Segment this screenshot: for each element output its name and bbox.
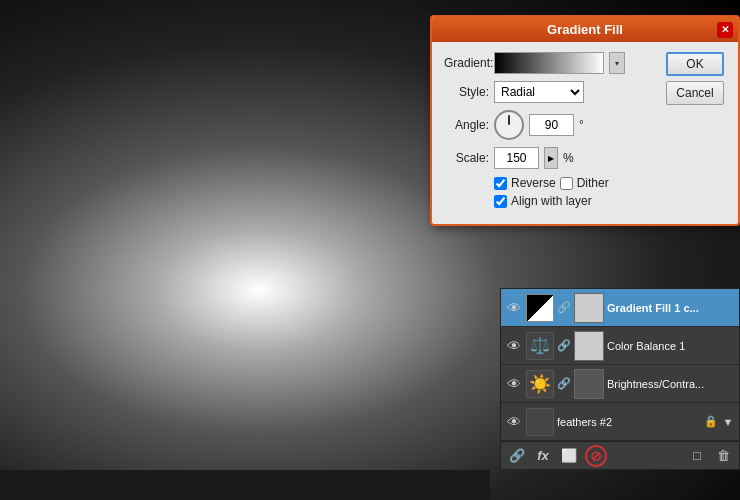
reverse-label: Reverse (511, 176, 556, 190)
add-mask-button[interactable]: ⬜ (559, 446, 579, 466)
angle-dial[interactable] (494, 110, 524, 140)
gradient-dropdown-arrow[interactable]: ▾ (609, 52, 625, 74)
style-select[interactable]: Radial Linear Angle Reflected Diamond (494, 81, 584, 103)
layer-visibility-toggle[interactable]: 👁 (505, 299, 523, 317)
layer-type-icon (526, 294, 554, 322)
layer-row[interactable]: 👁 ⚖️ 🔗 Color Balance 1 (501, 327, 739, 365)
angle-label: Angle: (444, 118, 489, 132)
layer-name: Color Balance 1 (607, 340, 735, 352)
angle-input[interactable]: 90 (529, 114, 574, 136)
layer-visibility-toggle[interactable]: 👁 (505, 337, 523, 355)
layer-mask-thumbnail (574, 369, 604, 399)
layer-row[interactable]: 👁 ☀️ 🔗 Brightness/Contra... (501, 365, 739, 403)
layer-mask-thumbnail (574, 293, 604, 323)
layer-visibility-toggle[interactable]: 👁 (505, 375, 523, 393)
reverse-checkbox[interactable] (494, 177, 507, 190)
gradient-label: Gradient: (444, 56, 489, 70)
angle-needle (508, 115, 510, 125)
delete-layer-button[interactable]: ⊘ (585, 445, 607, 467)
style-label: Style: (444, 85, 489, 99)
delete-button[interactable]: 🗑 (713, 446, 733, 466)
link-layers-button[interactable]: 🔗 (507, 446, 527, 466)
layer-type-icon: ☀️ (526, 370, 554, 398)
layer-chain-icon[interactable]: 🔗 (557, 337, 571, 355)
dialog-close-button[interactable]: ✕ (717, 22, 733, 38)
scale-stepper[interactable]: ▶ (544, 147, 558, 169)
layer-visibility-toggle[interactable]: 👁 (505, 413, 523, 431)
gradient-fill-dialog: Gradient Fill ✕ Gradient: ▾ Style: Radia… (430, 15, 740, 226)
align-checkbox[interactable] (494, 195, 507, 208)
layer-lock-icon: 🔒 (704, 415, 718, 429)
dither-checkbox[interactable] (560, 177, 573, 190)
layer-row[interactable]: 👁 feathers #2 🔒 ▼ (501, 403, 739, 441)
layer-chain-icon[interactable]: 🔗 (557, 299, 571, 317)
layer-row[interactable]: 👁 🔗 Gradient Fill 1 c... (501, 289, 739, 327)
layer-mask-thumbnail (574, 331, 604, 361)
dialog-titlebar: Gradient Fill ✕ (432, 17, 738, 42)
dither-label: Dither (577, 176, 609, 190)
align-label: Align with layer (511, 194, 592, 208)
percent-symbol: % (563, 151, 574, 165)
dialog-buttons: OK Cancel (666, 52, 726, 212)
layer-name: feathers #2 (557, 416, 701, 428)
gradient-preview[interactable] (494, 52, 604, 74)
ok-button[interactable]: OK (666, 52, 724, 76)
layer-chain-icon[interactable]: 🔗 (557, 375, 571, 393)
new-layer-button[interactable]: □ (687, 446, 707, 466)
layers-toolbar: 🔗 fx ⬜ ⊘ □ 🗑 (501, 441, 739, 469)
layer-type-icon: ⚖️ (526, 332, 554, 360)
layers-panel: 👁 🔗 Gradient Fill 1 c... 👁 ⚖️ 🔗 Color Ba… (500, 288, 740, 470)
layer-name: Brightness/Contra... (607, 378, 735, 390)
degree-symbol: ° (579, 118, 584, 132)
bottom-bar (0, 470, 490, 500)
cancel-button[interactable]: Cancel (666, 81, 724, 105)
fx-button[interactable]: fx (533, 446, 553, 466)
scale-label: Scale: (444, 151, 489, 165)
layer-name: Gradient Fill 1 c... (607, 302, 735, 314)
dialog-title: Gradient Fill (547, 22, 623, 37)
layer-type-icon (526, 408, 554, 436)
layer-options-icon[interactable]: ▼ (721, 415, 735, 429)
scale-input[interactable]: 150 (494, 147, 539, 169)
